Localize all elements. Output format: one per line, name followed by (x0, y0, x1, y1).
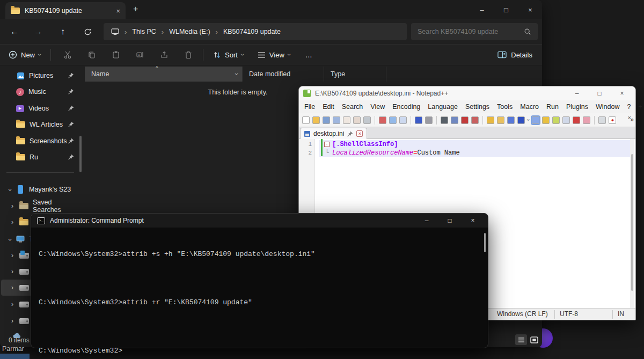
rename-button[interactable]: A (132, 47, 148, 63)
function-list-icon[interactable] (542, 116, 550, 124)
save-icon[interactable] (323, 116, 330, 124)
paste-icon[interactable] (399, 116, 407, 124)
document-list-icon[interactable] (562, 116, 570, 124)
sidebar-item-videos[interactable]: ▶ Videos (0, 100, 82, 116)
column-header-name[interactable]: Name ^ › (85, 67, 243, 82)
typing-mode-status[interactable]: IN (618, 310, 624, 318)
share-button[interactable] (156, 47, 172, 63)
up-button[interactable]: ↑ (55, 24, 71, 39)
sort-button[interactable]: Sort › (208, 46, 249, 63)
breadcrumb-folder[interactable]: KB5074109 update (223, 28, 281, 35)
open-file-icon[interactable] (312, 116, 320, 124)
editor-scrollbar-thumb[interactable] (631, 154, 633, 291)
menu-help[interactable]: ? (627, 103, 631, 111)
menu-plus[interactable]: + (638, 103, 642, 111)
minimize-button[interactable]: – (568, 90, 586, 97)
view-button[interactable]: View › (252, 46, 296, 63)
fold-collapse-icon[interactable]: - (324, 142, 330, 147)
document-tab[interactable]: desktop.ini × (300, 128, 367, 139)
list-view-toggle[interactable] (515, 334, 527, 345)
chevron-right-icon[interactable]: › (9, 301, 16, 308)
chevron-down-icon[interactable]: › (233, 73, 240, 75)
tab-close-icon[interactable]: × (356, 130, 363, 137)
cmd-scrollbar-thumb[interactable] (484, 233, 486, 252)
menu-file[interactable]: File (304, 103, 315, 111)
copy-button[interactable] (84, 47, 100, 63)
chevron-right-icon[interactable]: › (9, 252, 16, 259)
column-header-date-modified[interactable]: Date modified (243, 67, 324, 82)
delete-button[interactable] (180, 47, 196, 63)
new-file-icon[interactable] (302, 116, 310, 124)
menu-settings[interactable]: Settings (465, 103, 489, 111)
macro-record-icon[interactable]: ● (609, 116, 616, 124)
close-button[interactable]: × (613, 90, 631, 97)
paste-button[interactable] (108, 47, 124, 63)
explorer-tab[interactable]: KB5074109 update × (5, 2, 126, 19)
notepadpp-titlebar[interactable]: E:\KB5074109 update\desktop.ini - Notepa… (299, 86, 635, 100)
chevron-right-icon[interactable]: › (9, 218, 16, 226)
chevron-right-icon[interactable]: › (9, 317, 16, 325)
new-tab-button[interactable]: + (133, 4, 138, 14)
chevron-down-icon[interactable]: › (6, 236, 14, 244)
close-file-icon[interactable] (343, 116, 350, 124)
chevron-right-icon[interactable]: › (9, 284, 16, 291)
search-box[interactable] (411, 23, 538, 40)
sidebar-item-ru[interactable]: Ru (0, 149, 82, 165)
menu-search[interactable]: Search (342, 103, 363, 111)
details-button[interactable]: Details (497, 51, 532, 59)
print-icon[interactable] (363, 116, 371, 124)
breadcrumb-this-pc[interactable]: This PC (132, 28, 156, 35)
close-button[interactable]: × (464, 217, 482, 224)
maximize-button[interactable]: □ (441, 217, 459, 224)
breadcrumb-drive[interactable]: WLMedia (E:) (169, 28, 210, 35)
chevron-down-icon[interactable]: › (525, 119, 531, 121)
zoom-in-icon[interactable] (461, 116, 469, 124)
close-all-icon[interactable] (353, 116, 361, 124)
menu-tools[interactable]: Tools (497, 103, 513, 111)
column-header-type[interactable]: Type (324, 67, 386, 82)
address-bar[interactable]: › This PC › WLMedia (E:) › KB5074109 upd… (104, 23, 407, 40)
maximize-button[interactable]: □ (494, 0, 518, 19)
copy-icon[interactable] (389, 116, 397, 124)
menu-window[interactable]: Window (596, 103, 619, 111)
replace-icon[interactable] (451, 116, 458, 124)
refresh-button[interactable] (79, 24, 96, 39)
toolbar-overflow-icon[interactable]: » (630, 116, 634, 123)
sidebar-item-screenshots[interactable]: Screenshots (0, 133, 82, 149)
indent-guide-icon[interactable] (532, 116, 539, 124)
cmd-titlebar[interactable]: >_ Administrator: Command Prompt – □ × (31, 214, 488, 228)
find-icon[interactable] (441, 116, 448, 124)
cut-button[interactable] (60, 47, 76, 63)
zoom-out-icon[interactable] (471, 116, 479, 124)
sidebar-item-saved-searches[interactable]: › Saved Searches (0, 198, 82, 214)
tab-close-icon[interactable]: × (116, 7, 120, 15)
document-map-icon[interactable] (552, 116, 560, 124)
sidebar-item-music[interactable]: ♪ Music (0, 84, 82, 100)
undo-icon[interactable] (415, 116, 422, 124)
minimize-button[interactable]: – (418, 217, 436, 224)
close-button[interactable]: × (518, 0, 543, 19)
show-all-characters-icon[interactable] (517, 116, 525, 124)
sync-vertical-icon[interactable] (487, 116, 494, 124)
folder-as-workspace-icon[interactable] (583, 116, 590, 124)
menu-language[interactable]: Language (428, 103, 458, 111)
view-in-browser-icon[interactable] (598, 116, 606, 124)
word-wrap-icon[interactable] (507, 116, 515, 124)
sidebar-item-wl-articles[interactable]: WL Articles (0, 116, 82, 133)
sidebar-item-pictures[interactable]: Pictures (0, 68, 82, 84)
maximize-button[interactable]: □ (590, 90, 609, 97)
cut-icon[interactable] (379, 116, 386, 124)
back-button[interactable]: ← (6, 24, 23, 39)
chevron-right-icon[interactable]: › (9, 268, 16, 275)
chevron-down-icon[interactable]: › (6, 186, 14, 194)
menu-view[interactable]: View (370, 103, 385, 111)
search-input[interactable] (418, 28, 524, 35)
forward-button[interactable]: → (30, 24, 46, 39)
menu-plugins[interactable]: Plugins (566, 103, 588, 111)
more-options-button[interactable]: … (300, 46, 318, 63)
sidebar-scrollbar[interactable] (79, 136, 82, 172)
menu-run[interactable]: Run (546, 103, 559, 111)
pin-icon[interactable] (347, 131, 353, 137)
menu-encoding[interactable]: Encoding (392, 103, 420, 111)
menu-macro[interactable]: Macro (520, 103, 539, 111)
